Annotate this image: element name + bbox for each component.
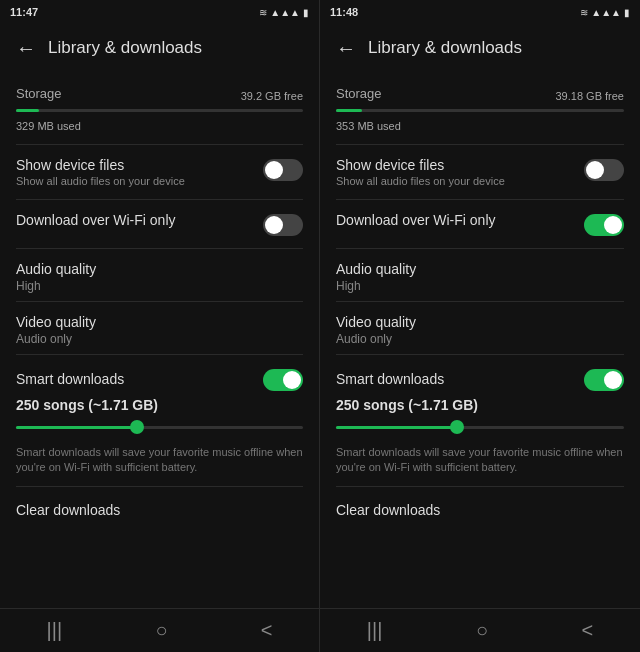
nav-back-icon-right[interactable]: <: [582, 619, 594, 642]
clear-downloads-row-right[interactable]: Clear downloads: [336, 487, 624, 533]
back-button-right[interactable]: ←: [336, 37, 356, 60]
slider-track-right: [336, 426, 624, 429]
toggle-knob-left: [265, 161, 283, 179]
clear-downloads-row-left[interactable]: Clear downloads: [16, 487, 303, 533]
smart-toggle-left[interactable]: [263, 369, 303, 391]
toggle-knob-right: [586, 161, 604, 179]
download-wifi-row-left[interactable]: Download over Wi-Fi only: [16, 200, 303, 249]
signal-icon-left: ▲▲▲: [270, 7, 300, 18]
storage-bar-right: [336, 109, 624, 112]
storage-free-right: 39.18 GB free: [556, 90, 625, 102]
slider-right[interactable]: [336, 417, 624, 437]
wifi-icon-left: ≋: [259, 7, 267, 18]
smart-downloads-section-left: Smart downloads 250 songs (~1.71 GB) Sma…: [16, 355, 303, 487]
audio-quality-row-right[interactable]: Audio quality High: [336, 249, 624, 302]
show-device-toggle-left[interactable]: [263, 159, 303, 181]
page-title-left: Library & downloads: [48, 38, 202, 58]
show-device-toggle-right[interactable]: [584, 159, 624, 181]
video-quality-row-left[interactable]: Video quality Audio only: [16, 302, 303, 355]
toggle-knob-wifi-right: [604, 216, 622, 234]
right-panel: 11:48 ≋ ▲▲▲ ▮ ← Library & downloads Stor…: [320, 0, 640, 652]
smart-knob-right: [604, 371, 622, 389]
smart-toggle-right[interactable]: [584, 369, 624, 391]
content-right: Storage 39.18 GB free 353 MB used Show d…: [320, 72, 640, 608]
nav-back-icon-left[interactable]: <: [261, 619, 273, 642]
back-button-left[interactable]: ←: [16, 37, 36, 60]
nav-menu-icon-left[interactable]: |||: [47, 619, 63, 642]
songs-count-right: 250 songs (~1.71 GB): [336, 397, 624, 413]
audio-quality-row-left[interactable]: Audio quality High: [16, 249, 303, 302]
audio-quality-value-right: High: [336, 279, 624, 293]
show-device-sub-right: Show all audio files on your device: [336, 175, 574, 187]
clear-downloads-label-right[interactable]: Clear downloads: [336, 502, 440, 518]
content-left: Storage 39.2 GB free 329 MB used Show de…: [0, 72, 319, 608]
status-bar-right: 11:48 ≋ ▲▲▲ ▮: [320, 0, 640, 24]
download-wifi-toggle-left[interactable]: [263, 214, 303, 236]
smart-note-left: Smart downloads will save your favorite …: [16, 445, 303, 476]
slider-thumb-left[interactable]: [130, 420, 144, 434]
video-quality-title-left: Video quality: [16, 314, 303, 330]
clear-downloads-label-left[interactable]: Clear downloads: [16, 502, 120, 518]
smart-title-right: Smart downloads: [336, 371, 444, 387]
smart-note-right: Smart downloads will save your favorite …: [336, 445, 624, 476]
show-device-title-right: Show device files: [336, 157, 574, 173]
storage-section-left: Storage 39.2 GB free 329 MB used: [16, 72, 303, 145]
show-device-title-left: Show device files: [16, 157, 253, 173]
storage-fill-right: [336, 109, 362, 112]
video-quality-row-right[interactable]: Video quality Audio only: [336, 302, 624, 355]
signal-icon-right: ▲▲▲: [591, 7, 621, 18]
storage-used-right: 353 MB used: [336, 120, 401, 132]
audio-quality-value-left: High: [16, 279, 303, 293]
nav-home-icon-left[interactable]: ○: [155, 619, 167, 642]
download-wifi-toggle-right[interactable]: [584, 214, 624, 236]
smart-downloads-section-right: Smart downloads 250 songs (~1.71 GB) Sma…: [336, 355, 624, 487]
storage-bar-left: [16, 109, 303, 112]
smart-knob-left: [283, 371, 301, 389]
video-quality-value-left: Audio only: [16, 332, 303, 346]
nav-bar-left: ||| ○ <: [0, 608, 319, 652]
video-quality-value-right: Audio only: [336, 332, 624, 346]
audio-quality-title-right: Audio quality: [336, 261, 624, 277]
slider-left[interactable]: [16, 417, 303, 437]
nav-home-icon-right[interactable]: ○: [476, 619, 488, 642]
slider-fill-left: [16, 426, 137, 429]
download-wifi-title-left: Download over Wi-Fi only: [16, 212, 253, 228]
left-panel: 11:47 ≋ ▲▲▲ ▮ ← Library & downloads Stor…: [0, 0, 320, 652]
slider-fill-right: [336, 426, 457, 429]
battery-icon-right: ▮: [624, 7, 630, 18]
storage-section-right: Storage 39.18 GB free 353 MB used: [336, 72, 624, 145]
smart-title-left: Smart downloads: [16, 371, 124, 387]
status-icons-right: ≋ ▲▲▲ ▮: [580, 7, 630, 18]
download-wifi-title-right: Download over Wi-Fi only: [336, 212, 574, 228]
audio-quality-title-left: Audio quality: [16, 261, 303, 277]
page-title-right: Library & downloads: [368, 38, 522, 58]
top-bar-right: ← Library & downloads: [320, 24, 640, 72]
show-device-files-row-right[interactable]: Show device files Show all audio files o…: [336, 145, 624, 200]
storage-label-left: Storage: [16, 86, 62, 101]
battery-icon-left: ▮: [303, 7, 309, 18]
status-time-right: 11:48: [330, 6, 358, 18]
show-device-sub-left: Show all audio files on your device: [16, 175, 253, 187]
top-bar-left: ← Library & downloads: [0, 24, 319, 72]
storage-fill-left: [16, 109, 39, 112]
nav-menu-icon-right[interactable]: |||: [367, 619, 383, 642]
show-device-files-row-left[interactable]: Show device files Show all audio files o…: [16, 145, 303, 200]
download-wifi-row-right[interactable]: Download over Wi-Fi only: [336, 200, 624, 249]
wifi-icon-right: ≋: [580, 7, 588, 18]
status-bar-left: 11:47 ≋ ▲▲▲ ▮: [0, 0, 319, 24]
slider-track-left: [16, 426, 303, 429]
toggle-knob-wifi-left: [265, 216, 283, 234]
storage-label-right: Storage: [336, 86, 382, 101]
storage-used-left: 329 MB used: [16, 120, 81, 132]
slider-thumb-right[interactable]: [450, 420, 464, 434]
video-quality-title-right: Video quality: [336, 314, 624, 330]
songs-count-left: 250 songs (~1.71 GB): [16, 397, 303, 413]
status-time-left: 11:47: [10, 6, 38, 18]
status-icons-left: ≋ ▲▲▲ ▮: [259, 7, 309, 18]
nav-bar-right: ||| ○ <: [320, 608, 640, 652]
storage-free-left: 39.2 GB free: [241, 90, 303, 102]
